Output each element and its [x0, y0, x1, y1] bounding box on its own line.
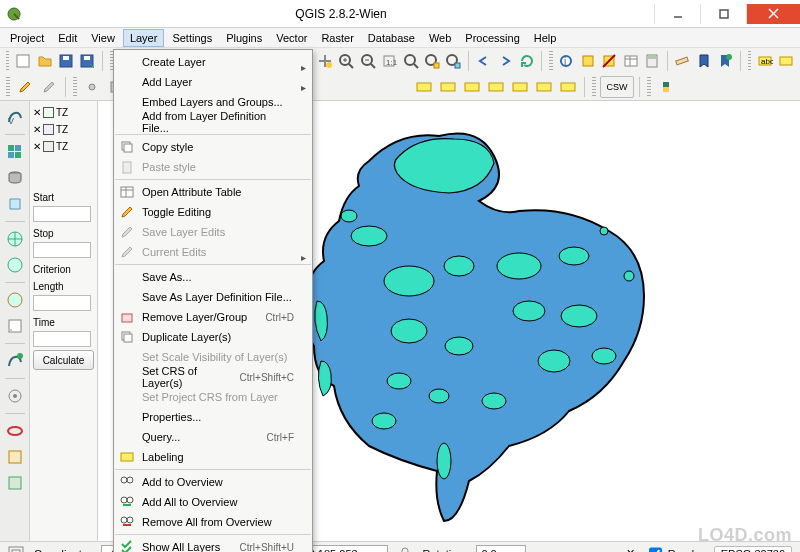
menu-database[interactable]: Database: [362, 30, 421, 46]
abc-3-button[interactable]: [461, 76, 483, 98]
toggle-editing-button[interactable]: [14, 76, 36, 98]
add-wfs-button[interactable]: [3, 288, 27, 312]
new-shapefile-button[interactable]: [3, 349, 27, 373]
zoom-layer-button[interactable]: [444, 50, 463, 72]
minimize-button[interactable]: [654, 4, 700, 24]
abc-6-button[interactable]: [533, 76, 555, 98]
toolbar-grip[interactable]: [549, 51, 552, 71]
zoom-in-button[interactable]: [337, 50, 356, 72]
abc-1-button[interactable]: [413, 76, 435, 98]
menu-edit[interactable]: Edit: [52, 30, 83, 46]
add-vector-button[interactable]: V: [3, 105, 27, 129]
save-edits-button[interactable]: [38, 76, 60, 98]
add-wms-button[interactable]: [3, 227, 27, 251]
menu-toggle-editing[interactable]: Toggle Editing: [114, 202, 312, 222]
identify-button[interactable]: i: [557, 50, 576, 72]
menu-save-as-def[interactable]: Save As Layer Definition File...: [114, 287, 312, 307]
zoom-out-button[interactable]: [358, 50, 377, 72]
bookmarks-button[interactable]: [694, 50, 713, 72]
lock-scale-icon[interactable]: [398, 547, 412, 553]
add-feature-button[interactable]: [81, 76, 103, 98]
add-postgis-button[interactable]: [3, 166, 27, 190]
menu-add-layer[interactable]: Add Layer: [114, 72, 312, 92]
render-toggle[interactable]: Render: [645, 542, 704, 553]
layer-row-3[interactable]: ✕TZ: [33, 139, 94, 153]
menu-add-all-overview[interactable]: Add All to Overview: [114, 492, 312, 512]
mssql-button[interactable]: [3, 445, 27, 469]
add-spatialite-button[interactable]: [3, 192, 27, 216]
zoom-last-button[interactable]: [474, 50, 493, 72]
add-wcs-button[interactable]: [3, 253, 27, 277]
abc-5-button[interactable]: [509, 76, 531, 98]
new-project-button[interactable]: [13, 50, 32, 72]
menu-add-overview[interactable]: Add to Overview: [114, 472, 312, 492]
add-delimited-button[interactable]: [3, 471, 27, 495]
new-bookmark-button[interactable]: [715, 50, 734, 72]
toolbar-grip[interactable]: [647, 77, 651, 97]
menu-view[interactable]: View: [85, 30, 121, 46]
save-project-button[interactable]: [56, 50, 75, 72]
refresh-button[interactable]: [517, 50, 536, 72]
pan-to-selection-button[interactable]: [315, 50, 334, 72]
save-as-button[interactable]: [78, 50, 97, 72]
attribute-table-button[interactable]: [621, 50, 640, 72]
menu-plugins[interactable]: Plugins: [220, 30, 268, 46]
menu-help[interactable]: Help: [528, 30, 563, 46]
menu-open-attr-table[interactable]: Open Attribute Table: [114, 182, 312, 202]
toolbar-grip[interactable]: [748, 51, 751, 71]
menu-labeling[interactable]: Labeling: [114, 447, 312, 467]
zoom-next-button[interactable]: [495, 50, 514, 72]
toolbar-grip[interactable]: [592, 77, 596, 97]
crs-label[interactable]: EPSG:32736: [714, 546, 792, 553]
zoom-selection-button[interactable]: [422, 50, 441, 72]
menu-layer[interactable]: Layer: [123, 29, 165, 47]
deselect-button[interactable]: [599, 50, 618, 72]
stop-input[interactable]: [33, 242, 91, 258]
gps-button[interactable]: [3, 384, 27, 408]
python-console-button[interactable]: [655, 76, 677, 98]
menu-embed-layers[interactable]: Embed Layers and Groups...: [114, 92, 312, 112]
close-button[interactable]: [746, 4, 800, 24]
render-checkbox[interactable]: [649, 545, 662, 553]
measure-button[interactable]: [673, 50, 692, 72]
length-input[interactable]: [33, 295, 91, 311]
rotation-input[interactable]: [476, 545, 526, 553]
toolbar-grip[interactable]: [6, 77, 10, 97]
abc-7-button[interactable]: [557, 76, 579, 98]
open-project-button[interactable]: [35, 50, 54, 72]
abc-2-button[interactable]: [437, 76, 459, 98]
menu-show-all-layers[interactable]: Show All LayersCtrl+Shift+U: [114, 537, 312, 552]
add-csv-button[interactable]: ,: [3, 314, 27, 338]
menu-remove-all-overview[interactable]: Remove All from Overview: [114, 512, 312, 532]
menu-create-layer[interactable]: Create Layer: [114, 52, 312, 72]
menu-copy-style[interactable]: Copy style: [114, 137, 312, 157]
menu-properties[interactable]: Properties...: [114, 407, 312, 427]
menu-vector[interactable]: Vector: [270, 30, 313, 46]
menu-raster[interactable]: Raster: [315, 30, 359, 46]
time-input[interactable]: [33, 331, 91, 347]
start-input[interactable]: [33, 206, 91, 222]
layer-row-2[interactable]: ✕TZ: [33, 122, 94, 136]
abc-4-button[interactable]: [485, 76, 507, 98]
add-raster-button[interactable]: [3, 140, 27, 164]
menu-project[interactable]: Project: [4, 30, 50, 46]
menu-settings[interactable]: Settings: [166, 30, 218, 46]
select-button[interactable]: [578, 50, 597, 72]
label-button[interactable]: abc: [755, 50, 774, 72]
menu-add-from-def[interactable]: Add from Layer Definition File...: [114, 112, 312, 132]
toolbar-grip[interactable]: [6, 51, 9, 71]
menu-remove-layer[interactable]: Remove Layer/GroupCtrl+D: [114, 307, 312, 327]
menu-query[interactable]: Query...Ctrl+F: [114, 427, 312, 447]
calculate-button[interactable]: Calculate: [33, 350, 94, 370]
maximize-button[interactable]: [700, 4, 746, 24]
menu-duplicate-layers[interactable]: Duplicate Layer(s): [114, 327, 312, 347]
zoom-native-button[interactable]: 1:1: [379, 50, 398, 72]
menu-web[interactable]: Web: [423, 30, 457, 46]
csw-button[interactable]: CSW: [600, 76, 634, 98]
toggle-extents-icon[interactable]: [8, 546, 24, 553]
field-calculator-button[interactable]: [642, 50, 661, 72]
layer-row-1[interactable]: ✕TZ: [33, 105, 94, 119]
menu-processing[interactable]: Processing: [459, 30, 525, 46]
menu-set-crs[interactable]: Set CRS of Layer(s)Ctrl+Shift+C: [114, 367, 312, 387]
zoom-full-button[interactable]: [401, 50, 420, 72]
